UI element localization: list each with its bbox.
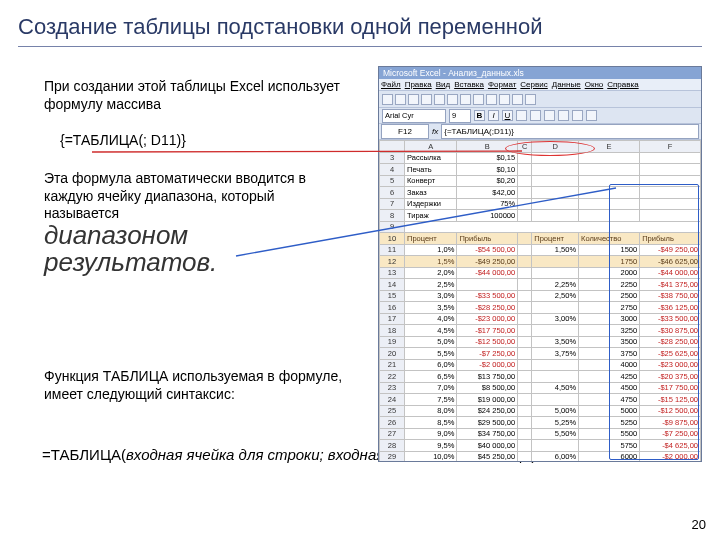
row-header[interactable]: 10 [380,233,405,245]
cell[interactable]: $13 750,00 [457,371,518,383]
formula-bar[interactable]: {=ТАБЛИЦА(;D11)} [441,124,699,139]
cell[interactable] [518,279,532,291]
cell[interactable] [518,290,532,302]
row-header[interactable]: 13 [380,267,405,279]
cell[interactable]: $42,00 [457,187,518,199]
cell[interactable]: Издержки [405,198,457,210]
cell[interactable] [518,313,532,325]
cell[interactable]: $40 000,00 [457,440,518,452]
col-header[interactable]: F [640,141,701,153]
bold-button[interactable]: B [474,110,485,121]
cell[interactable] [518,187,532,199]
cell[interactable]: $24 250,00 [457,405,518,417]
cell[interactable]: 3,00% [532,313,579,325]
toolbar-button[interactable] [460,94,471,105]
row-header[interactable]: 18 [380,325,405,337]
cell[interactable]: 9,5% [405,440,457,452]
row-header[interactable]: 22 [380,371,405,383]
toolbar-button[interactable] [473,94,484,105]
cell[interactable] [640,152,701,164]
cell[interactable] [579,152,640,164]
cell[interactable]: 5,50% [532,428,579,440]
cell[interactable] [518,267,532,279]
cell[interactable] [532,371,579,383]
cell[interactable] [518,198,532,210]
row-header[interactable]: 29 [380,451,405,462]
cell[interactable]: 5,0% [405,336,457,348]
format-button[interactable] [516,110,527,121]
cell[interactable]: 6,00% [532,451,579,462]
cell[interactable] [532,187,579,199]
cell[interactable]: 1,5% [405,256,457,268]
format-button[interactable] [572,110,583,121]
cell[interactable]: $0,20 [457,175,518,187]
font-size-box[interactable]: 9 [449,109,471,123]
cell[interactable]: 2,5% [405,279,457,291]
cell[interactable] [640,164,701,176]
row-header[interactable]: 24 [380,394,405,406]
cell[interactable]: 3,50% [532,336,579,348]
cell[interactable]: -$2 000,00 [457,359,518,371]
cell[interactable]: $8 500,00 [457,382,518,394]
cell[interactable] [457,279,518,291]
cell[interactable]: -$33 500,00 [457,290,518,302]
cell[interactable]: 8,5% [405,417,457,429]
cell[interactable]: 6,0% [405,359,457,371]
menu-item[interactable]: Сервис [520,80,547,89]
row-header[interactable]: 26 [380,417,405,429]
cell[interactable]: 4,5% [405,325,457,337]
italic-button[interactable]: I [488,110,499,121]
cell[interactable] [518,164,532,176]
cell[interactable]: 1,0% [405,244,457,256]
cell[interactable]: 3,0% [405,290,457,302]
menu-item[interactable]: Формат [488,80,516,89]
cell[interactable] [518,244,532,256]
cell[interactable] [532,359,579,371]
menu-item[interactable]: Окно [585,80,604,89]
cell[interactable] [518,233,532,245]
cell[interactable] [532,394,579,406]
cell[interactable]: 6,5% [405,371,457,383]
cell[interactable] [518,175,532,187]
cell[interactable] [518,382,532,394]
row-header[interactable]: 5 [380,175,405,187]
toolbar-button[interactable] [486,94,497,105]
menu-item[interactable]: Данные [552,80,581,89]
cell[interactable] [518,417,532,429]
row-header[interactable]: 23 [380,382,405,394]
cell[interactable]: Процент [405,233,457,245]
row-header[interactable]: 25 [380,405,405,417]
format-button[interactable] [544,110,555,121]
cell[interactable]: 7,0% [405,382,457,394]
row-header[interactable]: 19 [380,336,405,348]
cell[interactable]: Рассылка [405,152,457,164]
cell[interactable]: -$12 500,00 [457,336,518,348]
row-header[interactable]: 7 [380,198,405,210]
cell[interactable]: Тираж [405,210,457,222]
cell[interactable]: $0,10 [457,164,518,176]
toolbar-button[interactable] [382,94,393,105]
font-name-box[interactable]: Arial Cyr [382,109,446,123]
cell[interactable] [518,210,532,222]
cell[interactable]: 9,0% [405,428,457,440]
corner-cell[interactable] [380,141,405,153]
cell[interactable] [518,302,532,314]
cell[interactable] [518,440,532,452]
menu-item[interactable]: Правка [405,80,432,89]
cell[interactable] [518,359,532,371]
cell[interactable]: 75% [457,198,518,210]
toolbar-button[interactable] [408,94,419,105]
cell[interactable]: -$54 500,00 [457,244,518,256]
cell[interactable]: 10,0% [405,451,457,462]
cell[interactable]: -$44 000,00 [457,267,518,279]
row-header[interactable]: 9 [380,221,405,233]
cell[interactable] [532,175,579,187]
cell[interactable] [518,256,532,268]
underline-button[interactable]: U [502,110,513,121]
toolbar-button[interactable] [525,94,536,105]
cell[interactable] [532,164,579,176]
cell[interactable] [518,394,532,406]
row-header[interactable]: 3 [380,152,405,164]
cell[interactable] [532,210,579,222]
cell[interactable]: 4,0% [405,313,457,325]
